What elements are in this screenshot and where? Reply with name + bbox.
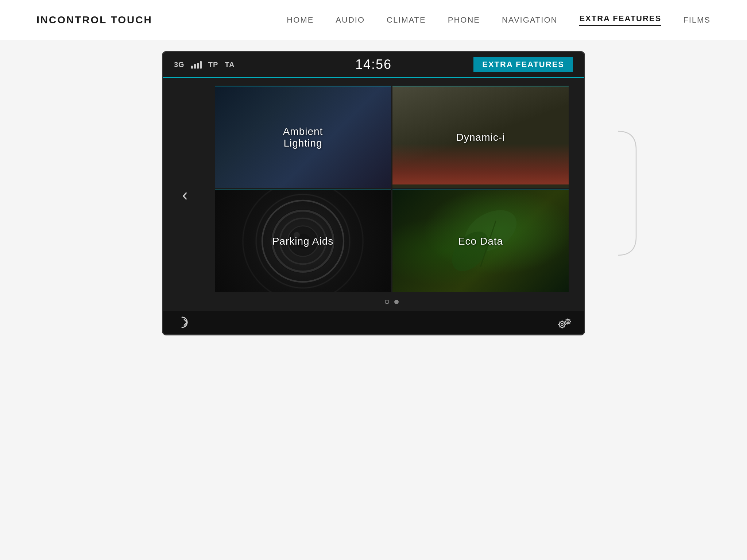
bottom-bar [163, 311, 584, 335]
nav-audio[interactable]: AUDIO [336, 15, 365, 25]
parking-aids-tile[interactable]: Parking Aids [215, 190, 391, 292]
device-wrapper: 3G TP TA 14:56 EXTRA FEATURES ‹ [118, 51, 629, 335]
pagination-dot-1[interactable] [385, 300, 389, 304]
svg-line-17 [564, 322, 565, 322]
network-indicator: 3G [174, 61, 185, 69]
settings-icon [556, 316, 573, 332]
signal-bar-1 [191, 66, 193, 69]
status-left: 3G TP TA [174, 61, 235, 69]
main-content: ‹ AmbientLighting Dynamic-i [163, 78, 584, 311]
nav-links: HOME AUDIO CLIMATE PHONE NAVIGATION EXTR… [287, 14, 711, 26]
svg-line-26 [569, 323, 570, 323]
svg-line-28 [566, 323, 566, 323]
dynamic-i-label: Dynamic-i [392, 86, 569, 188]
signal-bar-4 [200, 61, 202, 69]
signal-bar-2 [194, 64, 196, 69]
svg-line-27 [569, 319, 570, 320]
tiles-container: AmbientLighting Dynamic-i [207, 78, 584, 311]
tiles-row-2: Parking Aids Eco Data [214, 189, 569, 293]
parking-aids-label: Parking Aids [215, 190, 391, 292]
screen-title: EXTRA FEATURES [473, 57, 573, 72]
nav-navigation[interactable]: NAVIGATION [502, 15, 557, 25]
brand-logo: INCONTROL TOUCH [36, 14, 152, 26]
eco-data-label: Eco Data [392, 190, 569, 292]
tiles-row-1: AmbientLighting Dynamic-i [214, 85, 569, 189]
ta-indicator: TA [225, 61, 235, 69]
svg-line-16 [564, 327, 565, 327]
nav-phone[interactable]: PHONE [448, 15, 480, 25]
nav-films[interactable]: FILMS [683, 15, 711, 25]
left-nav-button[interactable]: ‹ [163, 78, 207, 311]
svg-point-10 [561, 323, 563, 326]
back-button[interactable] [174, 314, 190, 334]
ambient-lighting-label: AmbientLighting [215, 86, 391, 188]
pagination [214, 293, 569, 311]
svg-point-20 [567, 321, 569, 323]
signal-bar-3 [197, 63, 199, 69]
nav-extra-features[interactable]: EXTRA FEATURES [579, 14, 661, 26]
status-bar: 3G TP TA 14:56 EXTRA FEATURES [163, 52, 584, 78]
svg-line-15 [560, 322, 560, 322]
screen-device: 3G TP TA 14:56 EXTRA FEATURES ‹ [162, 51, 585, 335]
pagination-dot-2[interactable] [394, 300, 399, 304]
back-icon [174, 314, 190, 330]
dynamic-i-tile[interactable]: Dynamic-i [392, 86, 569, 188]
svg-line-18 [560, 327, 560, 327]
nav-home[interactable]: HOME [287, 15, 314, 25]
top-navigation: INCONTROL TOUCH HOME AUDIO CLIMATE PHONE… [0, 0, 747, 40]
settings-button[interactable] [556, 316, 573, 332]
device-side-decoration [611, 120, 640, 266]
svg-line-25 [566, 319, 566, 320]
tp-indicator: TP [208, 61, 218, 69]
ambient-lighting-tile[interactable]: AmbientLighting [215, 86, 391, 188]
nav-climate[interactable]: CLIMATE [387, 15, 426, 25]
eco-data-tile[interactable]: Eco Data [392, 190, 569, 292]
chevron-left-icon: ‹ [182, 184, 188, 205]
signal-bars-icon [191, 61, 202, 69]
clock-display: 14:56 [355, 57, 392, 72]
